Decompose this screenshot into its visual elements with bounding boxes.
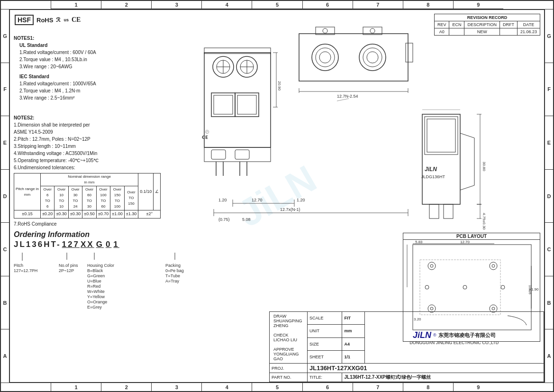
size-value: A4 (342, 337, 364, 350)
svg-line-65 (337, 99, 349, 101)
scale-label: SCALE (308, 312, 342, 325)
tol-angle: ∠ (154, 173, 161, 210)
ordering-brackets-svg: Pitch 127=12.7PH No.of pins 2P~12P Housi… (14, 250, 260, 331)
ul-mark: ℛ (56, 17, 61, 23)
svg-point-103 (492, 307, 495, 310)
row-marker-rC: C (545, 223, 553, 276)
company-english: DONGGUAN JINLING ELECTRONIC CO.,LTD (368, 340, 541, 345)
tol-c3: Over30TO24 (68, 186, 82, 210)
draw-section: DRAW SHUANGPING ZHENG CHECK LICHAO LIU A… (270, 312, 308, 364)
notes2-item-4: 4.Withstanding voltage : AC3500V/1Min (14, 150, 165, 157)
svg-text:10.16: 10.16 (403, 256, 404, 266)
svg-point-105 (463, 285, 467, 289)
sheet-value: 1/1 (342, 350, 364, 363)
svg-point-101 (430, 307, 433, 310)
row-marker-rB: B (545, 276, 553, 330)
svg-point-51 (316, 48, 335, 67)
svg-point-104 (425, 285, 429, 289)
svg-rect-38 (235, 150, 249, 159)
front-view-drawing: ⓡ 𝗖𝗘 20.90 (190, 24, 285, 223)
tol-row2-0: ±0.15 (14, 210, 41, 219)
registered-mark: ® (433, 333, 436, 337)
title-value: JL136HT-12.7-XXP螺钉式/绿色/一字螺丝 (342, 373, 544, 382)
svg-point-52 (319, 52, 331, 63)
svg-text:(0.75): (0.75) (218, 217, 230, 222)
iec-item-2: 2.Torque value : M4 , 1.2N·m (19, 87, 146, 94)
svg-text:1.20: 1.20 (218, 198, 227, 202)
rev-row0-col4: 21.06.23 (517, 28, 540, 36)
svg-rect-35 (237, 95, 256, 114)
svg-text:4.75±0.30: 4.75±0.30 (482, 213, 486, 230)
bottom-column-markers: 1 2 3 4 5 6 7 8 9 (1, 383, 553, 391)
rohs-text: RoHS (36, 17, 53, 24)
svg-text:T=Tube: T=Tube (165, 273, 180, 278)
draw-label: DRAW (273, 314, 303, 319)
ul-us: us (64, 18, 69, 22)
col-marker-b1: 1 (51, 383, 101, 391)
tol-col7: 0.1/10 (138, 173, 154, 210)
svg-point-99 (492, 264, 495, 267)
drft-header: DRFT (500, 21, 517, 28)
sheet-label: SHEET (308, 350, 342, 363)
svg-text:Y=Yellow: Y=Yellow (87, 294, 105, 299)
svg-rect-67 (425, 117, 458, 155)
svg-rect-33 (214, 95, 233, 114)
tol-c5: Over100TO60 (96, 186, 110, 210)
svg-text:Housing Color: Housing Color (87, 263, 114, 268)
logo-area: HSF RoHS ℛus CE (15, 15, 81, 25)
row-marker-A: A (1, 329, 9, 383)
notes2-item-2: 2.Pitch : 12.7mm, Poles : N=02~12P (14, 136, 165, 143)
svg-text:0=Pe bag: 0=Pe bag (165, 268, 184, 273)
svg-rect-68 (427, 119, 455, 152)
svg-text:B=Black: B=Black (87, 268, 103, 273)
tol-c6: Over150TO100 (110, 186, 124, 210)
ul-standard-label: UL Standard (19, 42, 146, 49)
row-marker-B: B (1, 276, 9, 330)
title-block: DRAW SHUANGPING ZHENG CHECK LICHAO LIU A… (269, 311, 544, 382)
ul-item-2: 2.Torque value : M4 , 10.53Lb.in (19, 56, 146, 63)
rev-row0-col0: A0 (434, 28, 449, 36)
tol-c2: Over10TO10 (54, 186, 68, 210)
ul-item-3: 3.Wire range : 20~6AWG (19, 63, 146, 70)
svg-text:12.7N-2.54: 12.7N-2.54 (337, 94, 358, 99)
svg-rect-117 (420, 260, 500, 315)
approve-label: APPROVE (273, 347, 303, 352)
svg-text:12.7x(N-1): 12.7x(N-1) (280, 207, 300, 212)
ordering-title: Ordering Information (14, 230, 265, 239)
svg-text:E=Grey: E=Grey (87, 305, 102, 310)
svg-text:Packing: Packing (165, 263, 181, 268)
code-xx: XX (81, 240, 94, 249)
tol-row2-6: ±1.00 (110, 210, 124, 219)
svg-text:𝗖𝗘: 𝗖𝗘 (202, 135, 208, 140)
row-marker-rA: A (545, 329, 553, 383)
svg-text:5.83: 5.83 (415, 240, 423, 244)
pcb-layout-title: PCB LAYOUT (403, 233, 540, 240)
svg-point-59 (370, 28, 375, 33)
svg-text:G=Green: G=Green (87, 273, 105, 278)
col-marker-b6: 6 (303, 383, 353, 391)
notes2-item-3: 3.Stripping length : 10~11mm (14, 143, 165, 150)
bottom-dimension-svg: 12.70 12.7x(N-1) 1.20 1.20 (0.75) 5.08 (209, 195, 418, 223)
svg-text:127=12.7PH: 127=12.7PH (14, 268, 37, 273)
col-marker-b9: 9 (454, 383, 503, 391)
svg-point-55 (367, 52, 378, 63)
draw-value: SHUANGPING ZHENG (273, 319, 303, 328)
code-1: 1 (113, 240, 119, 249)
tol-header-pitch: Pitch range inmm (14, 173, 41, 210)
jiln-logo: JiLN (413, 330, 431, 340)
notes2-section: NOTES2: 1.Dimension shall be interpreted… (14, 114, 165, 228)
svg-point-97 (430, 264, 433, 267)
row-marker-rE: E (545, 116, 553, 170)
row-marker-F: F (1, 63, 9, 117)
tol-row2-2: ±0.30 (54, 210, 68, 219)
col-marker-b5: 5 (252, 383, 302, 391)
tol-row2-5: ±0.70 (96, 210, 110, 219)
svg-point-54 (363, 48, 382, 67)
top-view-drawing: 12.7N-2.54 (290, 24, 418, 133)
svg-text:30.80: 30.80 (482, 162, 486, 172)
check-value: LICHAO LIU (273, 337, 303, 342)
tol-c1: Over6TO6 (40, 186, 54, 210)
notes2-title: NOTES2: (14, 114, 165, 121)
col-marker-3: 3 (152, 1, 202, 9)
notes1-section: NOTES1: UL Standard 1.Rated voltage/curr… (14, 35, 146, 101)
